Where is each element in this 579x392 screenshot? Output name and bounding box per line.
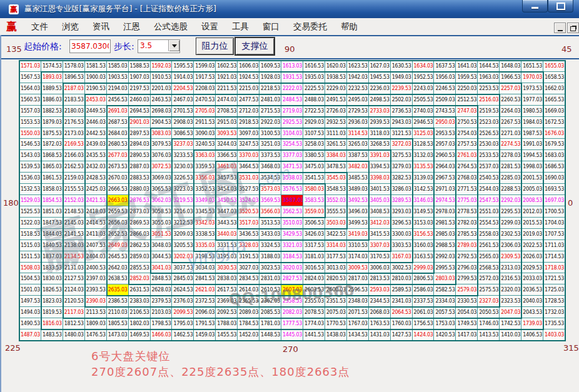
grid-cell[interactable]: 3076.03 (151, 150, 173, 161)
grid-cell[interactable]: 2061.03 (413, 307, 435, 318)
grid-cell[interactable]: 2022.53 (521, 240, 543, 251)
grid-cell[interactable]: 2071.53 (347, 307, 369, 318)
grid-cell[interactable]: 1459.03 (194, 329, 216, 341)
grid-cell[interactable]: 2617.53 (216, 284, 238, 296)
grid-cell[interactable]: 2309.53 (500, 251, 521, 263)
grid-cell[interactable]: 2586.03 (413, 284, 435, 296)
grid-cell[interactable]: 2092.53 (216, 307, 238, 318)
grid-cell[interactable]: 2085.53 (259, 307, 281, 318)
grid-cell[interactable]: 3419.03 (347, 229, 369, 240)
grid-cell[interactable]: 1763.53 (369, 318, 391, 329)
grid-cell[interactable]: 2173.03 (63, 128, 85, 139)
grid-cell[interactable]: 1483.53 (41, 329, 63, 341)
grid-cell[interactable]: 3566.03 (259, 206, 281, 218)
grid-cell[interactable]: 2719.03 (281, 106, 303, 117)
grid-cell[interactable]: 2124.03 (63, 284, 85, 296)
grid-cell[interactable]: 3191.53 (238, 251, 259, 263)
grid-cell[interactable]: 3097.03 (238, 128, 259, 139)
grid-cell[interactable]: 3167.03 (391, 251, 413, 263)
grid-cell[interactable]: 1560.53 (19, 94, 41, 106)
grid-cell[interactable]: 3307.03 (369, 240, 391, 251)
grid-cell[interactable]: 1994.53 (521, 150, 543, 161)
grid-cell[interactable]: 2036.53 (521, 284, 543, 296)
grid-cell[interactable]: 2421.53 (85, 195, 107, 206)
grid-cell[interactable]: 1952.53 (413, 72, 435, 83)
grid-cell[interactable]: 2481.03 (259, 94, 281, 106)
grid-cell[interactable]: 3520.53 (238, 206, 259, 218)
grid-cell[interactable]: 3195.03 (216, 251, 238, 263)
grid-cell[interactable]: 2922.03 (259, 117, 281, 128)
grid-cell[interactable]: 1665.53 (543, 94, 565, 106)
grid-cell[interactable]: 2232.53 (347, 83, 369, 94)
grid-cell[interactable]: 1749.53 (456, 318, 478, 329)
grid-cell[interactable]: 1991.03 (521, 139, 543, 150)
grid-cell[interactable]: 3254.53 (281, 139, 303, 150)
grid-cell[interactable]: 3513.53 (259, 218, 281, 229)
grid-cell[interactable]: 1504.53 (19, 273, 41, 284)
grid-cell[interactable]: 2673.53 (107, 161, 129, 173)
grid-cell[interactable]: 2726.03 (325, 106, 347, 117)
grid-cell[interactable]: 3352.53 (194, 184, 216, 195)
grid-cell[interactable]: 2470.53 (194, 94, 216, 106)
grid-cell[interactable]: 2358.53 (281, 296, 303, 307)
grid-cell[interactable]: 2502.03 (391, 94, 413, 106)
grid-cell[interactable]: 3538.03 (281, 173, 303, 184)
grid-cell[interactable]: 2103.03 (151, 307, 173, 318)
grid-cell[interactable]: 2341.03 (391, 296, 413, 307)
grid-cell[interactable]: 2068.03 (369, 307, 391, 318)
grid-cell[interactable]: 2743.53 (434, 106, 456, 117)
grid-cell[interactable]: 3006.03 (369, 263, 391, 274)
grid-cell[interactable]: 3471.53 (281, 161, 303, 173)
menu-item-工具[interactable]: 工具 (229, 20, 252, 34)
grid-cell[interactable]: 2512.53 (456, 94, 478, 106)
grid-cell[interactable]: 2386.53 (107, 296, 129, 307)
grid-cell[interactable]: 1690.03 (543, 173, 565, 184)
grid-cell[interactable]: 2628.03 (151, 284, 173, 296)
grid-cell[interactable]: 2778.53 (456, 206, 478, 218)
grid-cell[interactable]: 3510.03 (281, 218, 303, 229)
grid-cell[interactable]: 2019.03 (521, 229, 543, 240)
grid-cell[interactable]: 2215.03 (238, 83, 259, 94)
grid-cell[interactable]: 1693.53 (543, 184, 565, 195)
grid-cell[interactable]: 2533.53 (478, 150, 500, 161)
grid-cell[interactable]: 1704.03 (543, 218, 565, 229)
grid-cell[interactable]: 1637.53 (434, 61, 456, 72)
grid-cell[interactable]: 2904.53 (151, 117, 173, 128)
grid-cell[interactable]: 2827.53 (281, 273, 303, 284)
grid-cell[interactable]: 3440.03 (216, 229, 238, 240)
menu-item-文件[interactable]: 文件 (28, 20, 51, 34)
grid-cell[interactable]: 1753.03 (434, 318, 456, 329)
grid-cell[interactable]: 1735.53 (543, 318, 565, 329)
grid-cell[interactable]: 3212.53 (172, 218, 194, 229)
grid-cell[interactable]: 2491.53 (325, 94, 347, 106)
grid-cell[interactable]: 2575.53 (478, 284, 500, 296)
grid-cell[interactable]: 2218.53 (259, 83, 281, 94)
grid-cell[interactable]: 2838.03 (216, 273, 238, 284)
grid-cell[interactable]: 3286.03 (391, 184, 413, 195)
grid-cell[interactable]: 1956.03 (434, 72, 456, 83)
grid-cell[interactable]: 2883.53 (129, 173, 151, 184)
grid-cell[interactable]: 2554.53 (478, 218, 500, 229)
grid-cell[interactable]: 1427.53 (391, 329, 413, 341)
grid-cell[interactable]: 3573.03 (259, 184, 281, 195)
grid-cell[interactable]: 2043.53 (521, 307, 543, 318)
grid-cell[interactable]: 2379.53 (151, 296, 173, 307)
grid-cell[interactable]: 2323.53 (500, 296, 521, 307)
grid-cell[interactable]: 2887.03 (129, 161, 151, 173)
grid-cell[interactable]: 3454.03 (216, 184, 238, 195)
grid-cell[interactable]: 3426.03 (303, 229, 325, 240)
grid-cell[interactable]: 3104.03 (281, 128, 303, 139)
grid-cell[interactable]: 1525.53 (19, 206, 41, 218)
grid-cell[interactable]: 2495.03 (347, 94, 369, 106)
grid-cell[interactable]: 2995.53 (434, 263, 456, 274)
grid-cell[interactable]: 3412.03 (369, 218, 391, 229)
grid-cell[interactable]: 1518.53 (19, 229, 41, 240)
grid-cell[interactable]: 1669.03 (543, 106, 565, 117)
resistance-button[interactable]: 阻力位 (196, 38, 234, 55)
grid-cell[interactable]: 2974.53 (434, 195, 456, 206)
grid-cell[interactable]: 3443.53 (216, 218, 238, 229)
grid-cell[interactable]: 3394.53 (369, 161, 391, 173)
grid-cell[interactable]: 3447.03 (216, 206, 238, 218)
grid-cell[interactable]: 3527.53 (238, 184, 259, 195)
grid-cell[interactable]: 2225.53 (303, 83, 325, 94)
